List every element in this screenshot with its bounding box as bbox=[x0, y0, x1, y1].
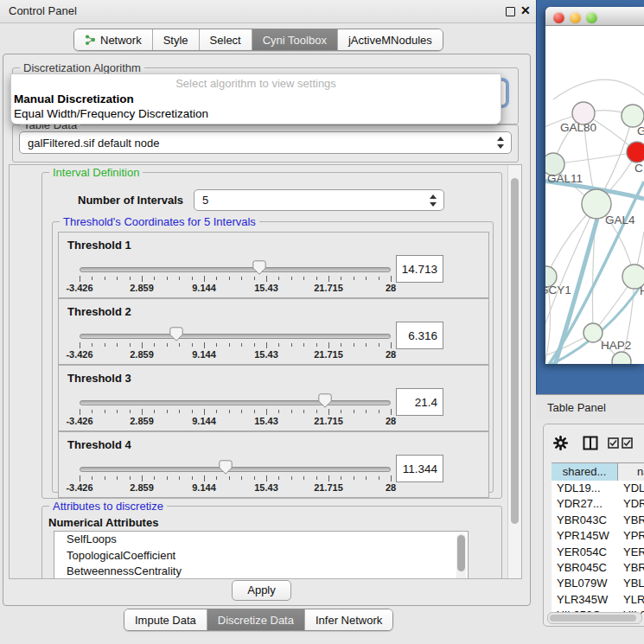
table-horizontal-scrollbar[interactable] bbox=[547, 612, 642, 624]
split-columns-icon[interactable] bbox=[583, 436, 598, 450]
threshold-label: Threshold 1 bbox=[67, 239, 131, 252]
tick-label: 15.43 bbox=[254, 283, 278, 293]
bottom-tabs: Impute Data Discretize Data Infer Networ… bbox=[124, 609, 393, 631]
table-cell: YPR145W bbox=[552, 528, 618, 544]
table-row[interactable]: YPR145WYPR1 bbox=[552, 528, 644, 544]
table-row[interactable]: YDR27...YDR2 bbox=[552, 496, 644, 512]
table-row[interactable]: YER054CYER0 bbox=[552, 545, 644, 560]
list-scrollbar[interactable] bbox=[456, 533, 466, 579]
table-row[interactable]: YBR045CYBR0 bbox=[552, 560, 644, 576]
tick-label: 28 bbox=[386, 283, 396, 293]
screen: Control Panel ✕ Network Style Select Cyn… bbox=[0, 0, 644, 644]
list-item[interactable]: TopologicalCoefficient bbox=[54, 548, 468, 564]
tick-label: -3.426 bbox=[66, 349, 92, 360]
table-row[interactable]: YBL079WYBL0 bbox=[552, 576, 644, 591]
tab-jactivemnodules[interactable]: jActiveMNodules bbox=[338, 29, 443, 50]
stepper-icon bbox=[430, 194, 437, 207]
num-intervals-label: Number of Intervals bbox=[78, 194, 183, 207]
tab-network[interactable]: Network bbox=[74, 29, 153, 50]
tab-cyni-toolbox[interactable]: Cyni Toolbox bbox=[252, 29, 338, 50]
tick-label: 21.715 bbox=[314, 349, 343, 360]
control-panel-titlebar: Control Panel ✕ bbox=[0, 0, 536, 23]
close-traffic-light-icon[interactable] bbox=[553, 12, 564, 23]
apply-button[interactable]: Apply bbox=[232, 580, 291, 601]
network-node-label: HAP2 bbox=[601, 339, 631, 352]
threshold-label: Threshold 2 bbox=[67, 305, 131, 318]
tick-label: 2.859 bbox=[130, 416, 154, 426]
table-cell: YLR345W bbox=[552, 592, 618, 608]
table-cell: YBL079W bbox=[552, 576, 618, 591]
settings-scrollpane: Interval Definition Number of Intervals … bbox=[9, 164, 522, 579]
checkbox-icon[interactable] bbox=[622, 437, 633, 449]
tab-select[interactable]: Select bbox=[200, 29, 252, 50]
table-cell: YLR3 bbox=[618, 592, 644, 608]
dropdown-option-equal-width[interactable]: Equal Width/Frequency Discretization bbox=[14, 107, 208, 120]
list-item[interactable]: SelfLoops bbox=[54, 532, 468, 548]
float-window-icon[interactable] bbox=[506, 7, 515, 16]
slider-ticks bbox=[80, 342, 391, 349]
vertical-scrollbar[interactable] bbox=[507, 165, 521, 578]
slider-thumb[interactable] bbox=[219, 460, 233, 475]
network-node-label: GA bbox=[637, 124, 644, 137]
network-window-titlebar[interactable] bbox=[545, 7, 644, 26]
threshold-value-field[interactable]: 14.713 bbox=[396, 255, 443, 283]
tab-impute-data[interactable]: Impute Data bbox=[124, 609, 207, 630]
table-cell: YDL19... bbox=[552, 481, 618, 496]
tab-style[interactable]: Style bbox=[153, 29, 200, 50]
scrollbar-thumb[interactable] bbox=[511, 178, 519, 524]
network-window: GAL80GACGAL11GAL4GCY1HHAP2 bbox=[545, 7, 644, 364]
network-node-label: GCY1 bbox=[545, 284, 571, 296]
dropdown-hint: Select algorithm to view settings bbox=[11, 77, 501, 90]
scrollbar-thumb[interactable] bbox=[457, 535, 465, 571]
slider-track[interactable] bbox=[80, 267, 391, 272]
table-row[interactable]: YDL19...YDL1 bbox=[552, 481, 644, 496]
algorithm-group-title: Discretization Algorithm bbox=[20, 61, 144, 74]
checkbox-icon[interactable] bbox=[608, 437, 619, 449]
list-item[interactable]: BetweennessCentrality bbox=[54, 564, 468, 579]
threshold-label: Threshold 3 bbox=[67, 372, 131, 385]
network-node-label: GAL4 bbox=[605, 214, 635, 226]
network-node[interactable] bbox=[627, 142, 644, 163]
network-node[interactable] bbox=[583, 323, 603, 342]
table-row[interactable]: YLR345WYLR3 bbox=[552, 592, 644, 608]
tick-label: 2.859 bbox=[130, 349, 154, 360]
gear-icon[interactable] bbox=[553, 436, 568, 450]
tab-discretize-data[interactable]: Discretize Data bbox=[207, 609, 305, 630]
table-cell: YDR2 bbox=[618, 496, 644, 512]
scrollbar-thumb[interactable] bbox=[550, 615, 636, 622]
column-header-name[interactable]: na bbox=[618, 463, 644, 481]
num-intervals-combobox[interactable]: 5 bbox=[194, 189, 444, 211]
zoom-traffic-light-icon[interactable] bbox=[586, 12, 597, 23]
slider-thumb[interactable] bbox=[252, 260, 266, 275]
close-icon[interactable]: ✕ bbox=[520, 3, 531, 17]
table-data-value: galFiltered.sif default node bbox=[28, 137, 159, 150]
slider-track[interactable] bbox=[80, 467, 391, 472]
table-cell: YBL0 bbox=[618, 576, 644, 591]
slider-thumb[interactable] bbox=[169, 327, 183, 341]
slider-thumb[interactable] bbox=[318, 393, 332, 408]
table-cell: YER0 bbox=[618, 545, 644, 560]
threshold-label: Threshold 4 bbox=[67, 438, 131, 451]
tick-label: 2.859 bbox=[130, 283, 154, 293]
algorithm-dropdown-popup: Select algorithm to view settings Manual… bbox=[10, 73, 501, 124]
table-data-combobox[interactable]: galFiltered.sif default node bbox=[19, 131, 512, 154]
threshold-value-field[interactable]: 6.316 bbox=[396, 322, 443, 349]
tick-label: -3.426 bbox=[66, 283, 92, 293]
network-canvas[interactable]: GAL80GACGAL11GAL4GCY1HHAP2 bbox=[545, 26, 644, 364]
slider-track[interactable] bbox=[80, 400, 391, 405]
dropdown-option-manual[interactable]: Manual Discretization bbox=[14, 92, 134, 105]
threshold-value-field[interactable]: 21.4 bbox=[396, 388, 443, 416]
threshold-value-field[interactable]: 11.344 bbox=[396, 455, 443, 482]
table-rows: YDL19...YDL1YDR27...YDR2YBR043CYBR0YPR14… bbox=[552, 481, 644, 614]
tick-label: 15.43 bbox=[254, 482, 278, 493]
tick-label: 9.144 bbox=[192, 283, 216, 293]
slider-track[interactable] bbox=[80, 334, 391, 339]
table-row[interactable]: YBR043CYBR0 bbox=[552, 513, 644, 528]
column-header-shared-name[interactable]: shared... bbox=[552, 463, 618, 481]
tab-label: Network bbox=[100, 34, 142, 47]
table-cell: YBR0 bbox=[618, 513, 644, 528]
table-panel-titlebar: Table Panel bbox=[536, 394, 644, 419]
slider-ticks bbox=[80, 475, 391, 482]
minimize-traffic-light-icon[interactable] bbox=[570, 12, 581, 23]
tab-infer-network[interactable]: Infer Network bbox=[305, 609, 392, 630]
